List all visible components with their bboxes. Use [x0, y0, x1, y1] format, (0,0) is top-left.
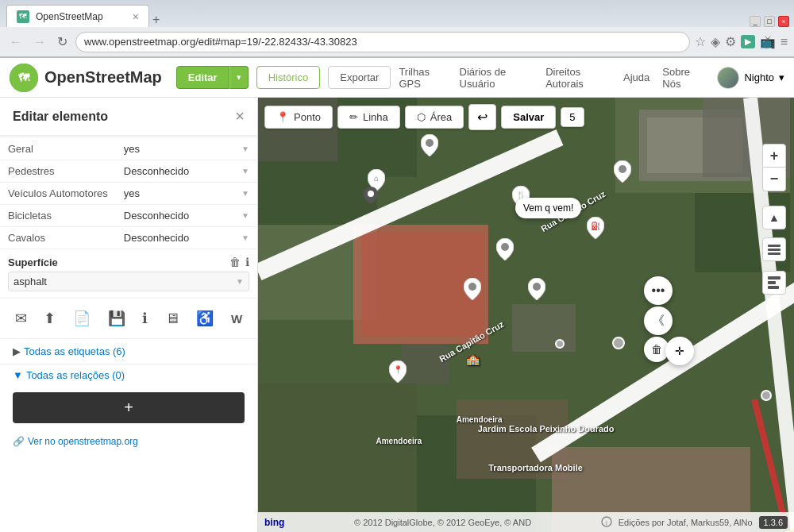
- maximize-btn[interactable]: □: [764, 16, 775, 27]
- upload-icon-btn[interactable]: ⬆: [40, 306, 59, 330]
- nav-sobre[interactable]: Sobre Nós: [662, 66, 704, 90]
- browser-chrome: 🗺 OpenStreetMap × + _ □ × ← → ↻ ☆ ◈ ⚙ ▶ …: [0, 0, 794, 58]
- nav-trilhas[interactable]: Trilhas GPS: [399, 66, 446, 90]
- zoom-in-btn[interactable]: +: [762, 144, 786, 168]
- field-arrow-cavalos: ▼: [241, 233, 249, 242]
- nav-direitos[interactable]: Direitos Autorais: [545, 66, 611, 90]
- save-map-btn[interactable]: Salvar: [501, 106, 556, 129]
- field-row-geral: Geral yes ▼: [0, 138, 257, 160]
- map-area[interactable]: Rua Capitão Cruz Rua Capitão Cruz 📍 Pont…: [258, 98, 794, 532]
- compass-btn[interactable]: ▲: [762, 206, 786, 229]
- surface-select[interactable]: asphalt: [13, 276, 236, 287]
- bookmark-icon[interactable]: ◈: [711, 34, 720, 49]
- svg-point-30: [368, 191, 374, 197]
- zoom-out-btn[interactable]: −: [762, 168, 786, 191]
- sidebar-close-btn[interactable]: ×: [235, 107, 245, 125]
- all-relations-label: Todas as relações (0): [26, 369, 125, 381]
- svg-rect-40: [768, 253, 781, 255]
- tags-chevron: ▶: [13, 345, 21, 357]
- field-select-pedestres[interactable]: Desconhecido: [124, 165, 238, 177]
- svg-rect-41: [768, 276, 781, 279]
- info-icon-btn[interactable]: ℹ: [139, 306, 151, 330]
- svg-text:i: i: [606, 519, 607, 526]
- tab-close-btn[interactable]: ×: [133, 10, 139, 23]
- field-select-geral[interactable]: yes: [124, 143, 238, 155]
- edit-button-group: Editar ▾: [176, 66, 249, 89]
- svg-text:⛽: ⛽: [591, 221, 601, 231]
- historico-btn[interactable]: Histórico: [256, 66, 321, 89]
- accessible-icon-btn[interactable]: ♿: [193, 306, 217, 330]
- pin-fuel[interactable]: ⛽: [587, 217, 604, 241]
- back-btn[interactable]: ←: [6, 33, 25, 51]
- star-icon[interactable]: ☆: [695, 34, 706, 49]
- all-relations-link[interactable]: ▼ Todas as relações (0): [13, 369, 245, 381]
- point-icon: 📍: [276, 111, 289, 123]
- pin-white-2[interactable]: [614, 160, 631, 185]
- svg-text:🗺: 🗺: [18, 71, 30, 84]
- pin-white-1[interactable]: [421, 134, 438, 159]
- back-arrow-btn[interactable]: 《: [644, 306, 673, 335]
- menu-icon[interactable]: ≡: [781, 35, 788, 49]
- area-tool-btn[interactable]: ⬡ Área: [405, 106, 464, 129]
- extension-icon[interactable]: ⚙: [725, 34, 736, 49]
- field-label-cavalos: Cavalos: [0, 227, 116, 249]
- nav-ajuda[interactable]: Ajuda: [623, 71, 649, 83]
- doc-icon-btn[interactable]: 📄: [70, 306, 94, 330]
- field-select-bicicletas[interactable]: Desconhecido: [124, 210, 238, 222]
- more-options-btn[interactable]: •••: [644, 276, 673, 305]
- save-icon-btn[interactable]: 💾: [105, 306, 129, 330]
- close-btn[interactable]: ×: [778, 16, 789, 27]
- svg-point-26: [761, 391, 771, 400]
- layers-btn[interactable]: [762, 237, 786, 261]
- undo-btn[interactable]: ↩: [468, 104, 496, 130]
- svg-rect-8: [258, 384, 417, 532]
- location-btn[interactable]: [762, 271, 786, 295]
- surface-delete-btn[interactable]: 🗑: [229, 256, 241, 268]
- user-badge[interactable]: Nighto ▾: [717, 67, 784, 89]
- external-link-icon: 🔗: [13, 436, 25, 447]
- new-tab-btn[interactable]: +: [152, 13, 160, 27]
- tab-title: OpenStreetMap: [36, 11, 126, 22]
- field-select-veiculos[interactable]: yes: [124, 187, 238, 199]
- surface-info-btn[interactable]: ℹ: [245, 256, 249, 268]
- exportar-btn[interactable]: Exportar: [328, 66, 391, 89]
- map-attribution-icon: i: [601, 516, 612, 529]
- line-tool-btn[interactable]: ✏ Linha: [337, 106, 400, 129]
- field-row-bicicletas: Bicicletas Desconhecido ▼: [0, 205, 257, 227]
- field-row-cavalos: Cavalos Desconhecido ▼: [0, 227, 257, 249]
- refresh-btn[interactable]: ↻: [54, 33, 71, 51]
- nav-bar: ← → ↻ ☆ ◈ ⚙ ▶ 📺 ≡: [0, 27, 794, 57]
- edit-btn[interactable]: Editar: [176, 66, 229, 89]
- ver-link[interactable]: 🔗 Ver no openstreetmap.org: [0, 430, 257, 453]
- surface-actions: 🗑 ℹ: [229, 256, 249, 268]
- map-svg: [258, 98, 794, 532]
- wikipedia-icon-btn[interactable]: W: [228, 309, 245, 329]
- satellite-base: Rua Capitão Cruz Rua Capitão Cruz: [258, 98, 794, 532]
- pin-white-3[interactable]: [496, 238, 514, 263]
- osm-ext-icon[interactable]: ▶: [741, 35, 755, 48]
- address-bar[interactable]: [75, 32, 690, 52]
- popup-vem-q-vem: Vem q vem!: [515, 198, 581, 218]
- field-arrow-bicicletas: ▼: [241, 211, 249, 220]
- pin-white-4[interactable]: [464, 278, 481, 303]
- point-tool-btn[interactable]: 📍 Ponto: [264, 106, 333, 129]
- browser-tab[interactable]: 🗺 OpenStreetMap ×: [6, 5, 149, 27]
- pin-white-5[interactable]: [528, 278, 545, 303]
- nav-diarios[interactable]: Diários de Usuário: [460, 66, 534, 90]
- edit-dropdown-btn[interactable]: ▾: [229, 66, 249, 89]
- tab-favicon: 🗺: [17, 10, 29, 23]
- pin-location[interactable]: 📍: [389, 360, 407, 385]
- svg-rect-39: [768, 249, 781, 251]
- all-tags-link[interactable]: ▶ Todas as etiquetas (6): [13, 345, 245, 357]
- all-tags-label: Todas as etiquetas (6): [24, 345, 125, 357]
- minimize-btn[interactable]: _: [750, 16, 761, 27]
- add-element-btn[interactable]: +: [13, 392, 245, 423]
- forward-btn[interactable]: →: [30, 33, 49, 51]
- pin-dark-1[interactable]: [364, 187, 378, 206]
- monitor-icon-btn[interactable]: 🖥: [162, 307, 183, 330]
- field-arrow-geral: ▼: [241, 145, 249, 153]
- field-select-cavalos[interactable]: Desconhecido: [124, 232, 238, 244]
- road-node-marker[interactable]: [612, 337, 625, 349]
- cast-icon[interactable]: 📺: [760, 34, 776, 49]
- email-icon-btn[interactable]: ✉: [12, 306, 30, 330]
